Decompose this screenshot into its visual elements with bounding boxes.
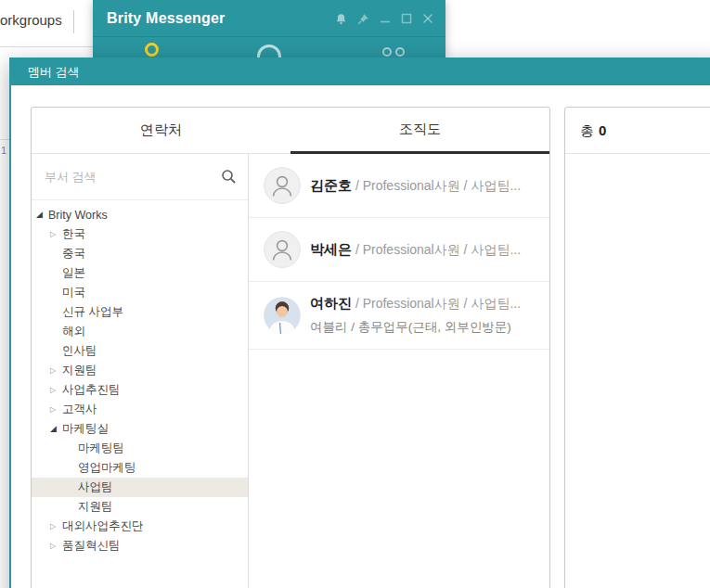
horizontal-divider [0,139,9,140]
window-controls [335,0,433,37]
tree-item[interactable]: 해외 [32,322,248,341]
total-label: 총 [580,122,594,138]
total-count: 0 [599,122,606,138]
tree-expander-icon[interactable]: ▷ [50,224,62,244]
department-search [32,154,248,200]
maximize-icon[interactable] [401,13,412,24]
avatar [264,297,301,334]
tree-item-label: 대외사업추진단 [62,518,144,534]
member-text: 박세은 / Professional사원 / 사업팀... [310,241,521,259]
messenger-window: Brity Messenger [93,0,445,58]
member-row[interactable]: 박세은 / Professional사원 / 사업팀... [249,218,549,282]
org-tree-column: ◢ Brity Works ▷ 한국 중국 일본 미국 신규 사업부 해외 인사… [32,154,249,588]
dialog-titlebar[interactable]: 멤버 검색 [11,59,710,85]
messenger-title: Brity Messenger [107,0,226,37]
member-info: / Professional사원 / 사업팀... [355,178,521,193]
tree-item[interactable]: 마케팅팀 [32,439,248,458]
tree-expander-icon[interactable]: ▷ [50,536,62,556]
tree-expander-icon[interactable]: ◢ [50,419,62,439]
member-list: 김준호 / Professional사원 / 사업팀... 박세은 / Prof… [249,154,549,588]
panel-content: ◢ Brity Works ▷ 한국 중국 일본 미국 신규 사업부 해외 인사… [32,154,549,588]
tree-item[interactable]: ▷ 지원팀 [32,361,248,380]
profile-icon [145,43,159,57]
tree-item[interactable]: 지원팀 [32,497,248,517]
member-text: 여하진 / Professional사원 / 사업팀... 여블리 / 총무업무… [310,295,521,336]
tree-item[interactable]: 영업마케팅 [32,458,248,478]
avatar [264,231,301,268]
department-search-input[interactable] [32,154,248,199]
tree-item[interactable]: 일본 [32,263,248,283]
tree-item-label: 중국 [62,246,85,262]
tree-item-label: 지원팀 [62,363,97,378]
tree-item[interactable]: ▷ 대외사업추진단 [32,517,248,536]
tab-contacts[interactable]: 연락처 [32,108,290,154]
tree-item[interactable]: 사업팀 [32,478,248,497]
search-icon[interactable] [221,169,237,188]
member-name: 박세은 [310,241,352,257]
minimize-icon[interactable] [380,13,391,24]
member-info: / Professional사원 / 사업팀... [355,242,521,257]
tree-expander-icon[interactable]: ▷ [50,517,62,536]
tree-item-label: 해외 [62,324,85,339]
member-name: 김준호 [310,177,352,193]
avatar [264,167,301,204]
tree-item-label: 한국 [62,226,85,242]
member-text: 김준호 / Professional사원 / 사업팀... [310,177,521,195]
tree-item-label: 마케팅팀 [78,441,124,456]
tree-item[interactable]: ◢ Brity Works [32,205,248,224]
tree-expander-icon[interactable]: ▷ [50,380,62,400]
tree-item-label: 고객사 [62,402,97,417]
member-info: / Professional사원 / 사업팀... [355,296,521,311]
tree-expander-icon[interactable]: ▷ [50,400,62,419]
horizontal-divider [0,46,93,47]
tree-item[interactable]: 신규 사업부 [32,302,248,322]
close-icon[interactable] [422,13,433,24]
tree-item[interactable]: 중국 [32,244,248,263]
tree-item[interactable]: 미국 [32,283,248,302]
tree-item[interactable]: ◢ 마케팅실 [32,419,248,439]
tree-item-label: 품질혁신팀 [62,538,121,554]
tree-item-label: Brity Works [48,209,108,222]
screen: orkgroups 1 Brity Messenger [0,0,710,588]
member-sub-info: 여블리 / 총무업무(근태, 외부인방문) [310,319,521,336]
tree-item[interactable]: ▷ 고객사 [32,400,248,419]
org-tree: ◢ Brity Works ▷ 한국 중국 일본 미국 신규 사업부 해외 인사… [32,200,248,556]
member-row[interactable]: 여하진 / Professional사원 / 사업팀... 여블리 / 총무업무… [249,282,549,350]
dialog-title: 멤버 검색 [28,65,80,79]
tab-bar: 연락처 조직도 [32,108,549,154]
tree-item[interactable]: ▷ 사업추진팀 [32,380,248,400]
tree-item[interactable]: 인사팀 [32,341,248,361]
tree-item-label: 마케팅실 [62,421,109,437]
tree-item-label: 지원팀 [78,499,113,515]
selected-count-header: 총0 [565,108,710,154]
tree-item-label: 일본 [62,265,85,281]
member-name: 여하진 [310,295,352,311]
people-icon [382,47,392,57]
tree-item-label: 신규 사업부 [62,304,123,320]
tree-item[interactable]: ▷ 품질혁신팀 [32,536,248,556]
selected-members-panel: 총0 [564,107,710,588]
tree-expander-icon[interactable]: ▷ [50,361,62,380]
tree-item[interactable]: ▷ 한국 [32,224,248,244]
tree-item-label: 사업추진팀 [62,382,121,398]
pin-icon[interactable] [357,13,369,25]
member-row[interactable]: 김준호 / Professional사원 / 사업팀... [249,154,549,218]
bell-icon[interactable] [335,13,347,25]
status-ring-icon [257,45,281,58]
people-icon [395,47,405,57]
messenger-titlebar[interactable]: Brity Messenger [93,0,445,37]
background-text-fragment: 1 [1,145,9,156]
tab-orgchart[interactable]: 조직도 [290,108,549,154]
tree-item-label: 사업팀 [78,479,113,495]
tree-item-label: 인사팀 [62,343,97,359]
messenger-body [93,37,445,58]
tab-orgchart-label: 조직도 [399,121,441,138]
vertical-divider [73,10,74,33]
member-search-dialog: 멤버 검색 연락처 조직도 [9,58,710,588]
tree-item-label: 영업마케팅 [78,460,136,476]
tree-item-label: 미국 [62,285,85,300]
tab-contacts-label: 연락처 [140,121,182,139]
directory-panel: 연락처 조직도 ◢ Brity W [31,107,550,588]
tree-expander-icon[interactable]: ◢ [36,205,48,224]
background-app-text: orkgroups [0,12,62,28]
